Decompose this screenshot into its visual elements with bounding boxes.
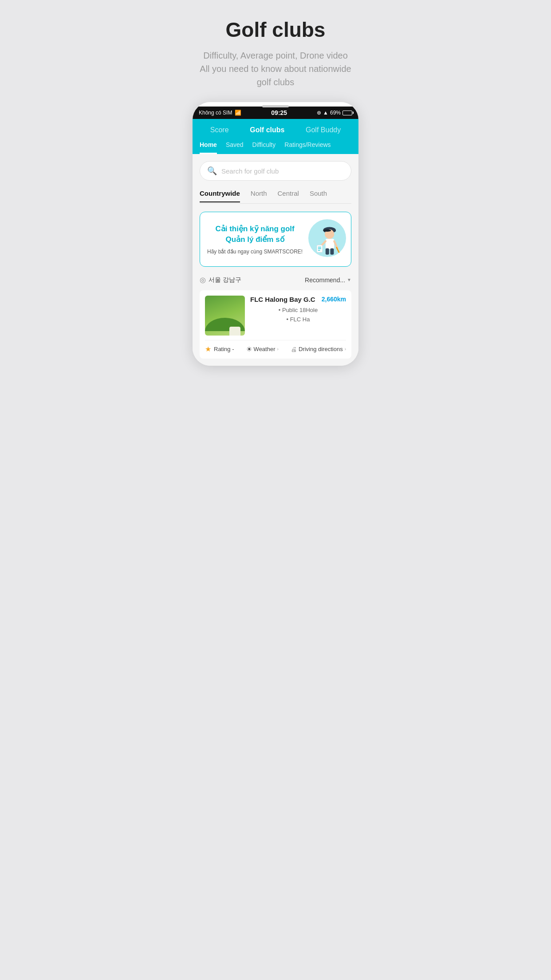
- search-icon: 🔍: [207, 166, 217, 176]
- nav-golf-buddy[interactable]: Golf Buddy: [306, 124, 341, 136]
- status-bar: Không có SIM 📶 09:25 ⊕ ▲ 69%: [193, 107, 358, 119]
- club-rating: ★ Rating -: [205, 345, 234, 353]
- location-left: ◎ 서울 강남구: [200, 276, 241, 284]
- region-tab-north[interactable]: North: [251, 190, 267, 202]
- battery-percent: 69%: [330, 110, 341, 116]
- carrier-text: Không có SIM: [199, 110, 232, 116]
- app-tabs: Home Saved Difficulty Ratings/Reviews: [200, 141, 351, 154]
- svg-rect-12: [326, 248, 329, 254]
- sort-arrow-icon: ▼: [347, 277, 351, 282]
- club-type: • Public 18Hole: [250, 306, 346, 315]
- tab-home[interactable]: Home: [200, 141, 217, 154]
- app-content: 🔍 Search for golf club Countrywide North…: [193, 154, 358, 366]
- sort-dropdown[interactable]: Recommend... ▼: [305, 277, 351, 284]
- club-info: FLC Halong Bay G.C 2,660km • Public 18Ho…: [250, 296, 346, 336]
- banner-subtext: Hãy bắt đầu ngay cùng SMARTSCORE!: [207, 249, 303, 255]
- region-tab-south[interactable]: South: [310, 190, 327, 202]
- status-time: 09:25: [271, 109, 287, 116]
- tab-ratings-reviews[interactable]: Ratings/Reviews: [284, 141, 331, 154]
- directions-chevron-icon: ›: [345, 347, 346, 352]
- nav-golf-clubs[interactable]: Golf clubs: [250, 124, 284, 136]
- club-image: [205, 296, 245, 336]
- search-placeholder: Search for golf club: [221, 167, 279, 175]
- club-location-abbr: • FLC Ha: [250, 315, 346, 324]
- club-name: FLC Halong Bay G.C: [250, 296, 315, 303]
- location-status-icon: ⊕: [317, 110, 321, 116]
- club-card-bottom: ★ Rating - ☀ Weather › 🖨 Driving directi…: [205, 340, 346, 353]
- location-row: ◎ 서울 강남구 Recommend... ▼: [200, 276, 351, 284]
- svg-rect-4: [326, 239, 335, 249]
- phone-notch-bar: [193, 102, 358, 107]
- star-icon: ★: [205, 345, 211, 353]
- rating-label: Rating -: [214, 346, 234, 352]
- directions-printer-icon: 🖨: [291, 346, 297, 353]
- club-directions[interactable]: 🖨 Driving directions ›: [291, 345, 346, 353]
- club-distance: 2,660km: [322, 296, 346, 303]
- location-target-icon: ◎: [200, 276, 206, 284]
- signal-icon: ▲: [323, 110, 328, 116]
- golfer-figure: [313, 221, 344, 257]
- directions-label: Driving directions: [299, 346, 343, 352]
- svg-point-3: [323, 229, 331, 232]
- notch-pill: [262, 105, 289, 107]
- sort-label: Recommend...: [305, 277, 345, 284]
- status-left: Không có SIM 📶: [199, 110, 241, 116]
- banner-illustration: [304, 219, 344, 259]
- tab-saved[interactable]: Saved: [226, 141, 244, 154]
- weather-label: Weather: [254, 346, 276, 352]
- weather-chevron-icon: ›: [277, 347, 279, 352]
- region-tab-countrywide[interactable]: Countrywide: [200, 190, 240, 202]
- club-card[interactable]: FLC Halong Bay G.C 2,660km • Public 18Ho…: [200, 290, 351, 359]
- club-info-top: FLC Halong Bay G.C 2,660km: [250, 296, 346, 306]
- club-image-inner: [205, 296, 245, 336]
- banner-headline: Cải thiện kỹ năng golf Quản lý điểm số: [207, 224, 303, 245]
- search-bar[interactable]: 🔍 Search for golf club: [200, 161, 351, 181]
- weather-icon: ☀: [246, 345, 252, 353]
- tab-difficulty[interactable]: Difficulty: [252, 141, 276, 154]
- banner-text: Cải thiện kỹ năng golf Quản lý điểm số H…: [207, 224, 303, 255]
- page-subtitle: Difficulty, Average point, Drone video A…: [193, 49, 358, 89]
- region-tab-central[interactable]: Central: [278, 190, 299, 202]
- nav-score[interactable]: Score: [210, 124, 229, 136]
- app-nav: Score Golf clubs Golf Buddy: [200, 124, 351, 136]
- battery-icon: [342, 111, 352, 115]
- svg-rect-13: [330, 248, 334, 254]
- club-card-top: FLC Halong Bay G.C 2,660km • Public 18Ho…: [205, 296, 346, 336]
- page-title: Golf clubs: [193, 18, 358, 42]
- location-name: 서울 강남구: [209, 276, 241, 284]
- club-detail: • Public 18Hole • FLC Ha: [250, 306, 346, 324]
- region-tabs: Countrywide North Central South: [200, 190, 351, 204]
- promo-banner[interactable]: Cải thiện kỹ năng golf Quản lý điểm số H…: [200, 212, 351, 267]
- app-header: Score Golf clubs Golf Buddy Home Saved D…: [193, 119, 358, 154]
- status-right: ⊕ ▲ 69%: [317, 110, 352, 116]
- page-container: Golf clubs Difficulty, Average point, Dr…: [184, 0, 367, 383]
- wifi-icon: 📶: [235, 110, 241, 116]
- club-weather[interactable]: ☀ Weather ›: [246, 345, 279, 353]
- phone-frame: Không có SIM 📶 09:25 ⊕ ▲ 69% Score Golf …: [193, 102, 358, 366]
